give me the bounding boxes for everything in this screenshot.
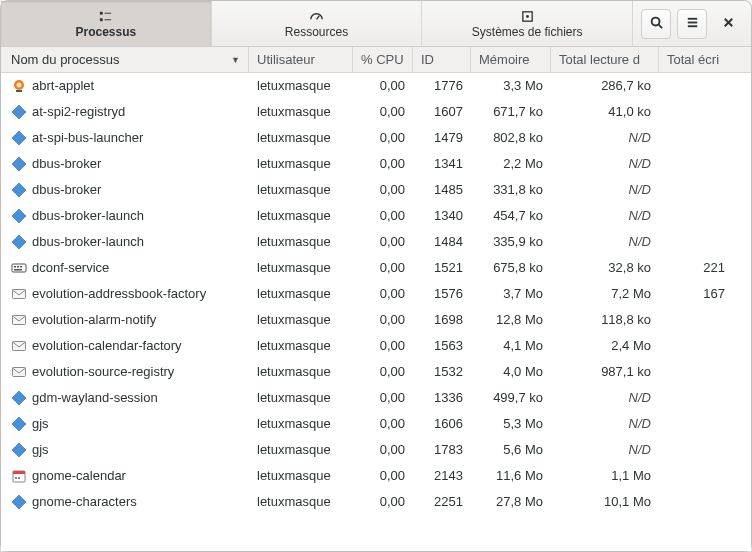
cell-read: 41,0 ko <box>551 104 659 119</box>
cell-user: letuxmasque <box>249 364 353 379</box>
table-row[interactable]: at-spi-bus-launcherletuxmasque0,00147980… <box>1 125 751 151</box>
cell-mem: 2,2 Mo <box>471 156 551 171</box>
svg-rect-23 <box>13 315 26 324</box>
column-header-name[interactable]: Nom du processus ▼ <box>1 47 249 72</box>
cell-mem: 3,7 Mo <box>471 286 551 301</box>
column-label: ID <box>421 52 434 67</box>
beacon-icon <box>11 78 27 94</box>
diamond-icon <box>11 494 27 510</box>
cell-cpu: 0,00 <box>353 156 413 171</box>
diamond-icon <box>11 442 27 458</box>
column-header-read[interactable]: Total lecture d <box>551 47 659 72</box>
cell-user: letuxmasque <box>249 130 353 145</box>
column-header-write[interactable]: Total écri <box>659 47 733 72</box>
system-monitor-window: Processus Ressources Systèmes de fichier… <box>0 0 752 552</box>
column-header-user[interactable]: Utilisateur <box>249 47 353 72</box>
menu-button[interactable] <box>677 9 707 39</box>
process-name: abrt-applet <box>32 78 94 93</box>
table-row[interactable]: gnome-calendarletuxmasque0,00214311,6 Mo… <box>1 463 751 489</box>
cell-id: 1485 <box>413 182 471 197</box>
header-tools <box>633 1 751 46</box>
cell-mem: 675,8 ko <box>471 260 551 275</box>
svg-line-4 <box>317 15 320 19</box>
cell-user: letuxmasque <box>249 390 353 405</box>
table-row[interactable]: dconf-serviceletuxmasque0,001521675,8 ko… <box>1 255 751 281</box>
cell-name: evolution-calendar-factory <box>1 338 249 354</box>
process-name: evolution-source-registry <box>32 364 174 379</box>
cell-cpu: 0,00 <box>353 78 413 93</box>
tab-filesystems[interactable]: Systèmes de fichiers <box>422 1 633 46</box>
cell-cpu: 0,00 <box>353 208 413 223</box>
process-name: gjs <box>32 442 49 457</box>
table-row[interactable]: dbus-broker-launchletuxmasque0,001340454… <box>1 203 751 229</box>
column-header-id[interactable]: ID <box>413 47 471 72</box>
cell-mem: 11,6 Mo <box>471 468 551 483</box>
process-list[interactable]: abrt-appletletuxmasque0,0017763,3 Mo286,… <box>1 73 751 551</box>
close-button[interactable] <box>713 9 743 39</box>
table-row[interactable]: at-spi2-registrydletuxmasque0,001607671,… <box>1 99 751 125</box>
cell-id: 1479 <box>413 130 471 145</box>
diamond-icon <box>11 390 27 406</box>
svg-rect-29 <box>18 477 20 479</box>
svg-rect-3 <box>105 19 112 20</box>
process-name: evolution-calendar-factory <box>32 338 182 353</box>
cell-user: letuxmasque <box>249 416 353 431</box>
cell-cpu: 0,00 <box>353 130 413 145</box>
process-name: evolution-alarm-notify <box>32 312 156 327</box>
column-label: Utilisateur <box>257 52 315 67</box>
cell-user: letuxmasque <box>249 78 353 93</box>
cell-id: 1783 <box>413 442 471 457</box>
cell-id: 1607 <box>413 104 471 119</box>
cell-mem: 5,3 Mo <box>471 416 551 431</box>
headerbar: Processus Ressources Systèmes de fichier… <box>1 1 751 47</box>
table-row[interactable]: evolution-addressbook-factoryletuxmasque… <box>1 281 751 307</box>
cell-cpu: 0,00 <box>353 468 413 483</box>
cell-read: 118,8 ko <box>551 312 659 327</box>
table-row[interactable]: gjsletuxmasque0,0017835,6 MoN/D <box>1 437 751 463</box>
table-row[interactable]: dbus-broker-launchletuxmasque0,001484335… <box>1 229 751 255</box>
cell-read: N/D <box>551 208 659 223</box>
svg-rect-16 <box>16 90 22 92</box>
cell-cpu: 0,00 <box>353 234 413 249</box>
table-header: Nom du processus ▼ Utilisateur % CPU ID … <box>1 47 751 73</box>
column-header-cpu[interactable]: % CPU <box>353 47 413 72</box>
table-row[interactable]: dbus-brokerletuxmasque0,001485331,8 koN/… <box>1 177 751 203</box>
table-row[interactable]: dbus-brokerletuxmasque0,0013412,2 MoN/D <box>1 151 751 177</box>
tab-resources[interactable]: Ressources <box>212 1 423 46</box>
table-row[interactable]: gjsletuxmasque0,0016065,3 MoN/D <box>1 411 751 437</box>
column-label: Nom du processus <box>11 52 119 67</box>
svg-rect-28 <box>15 477 17 479</box>
cell-cpu: 0,00 <box>353 338 413 353</box>
table-row[interactable]: evolution-source-registryletuxmasque0,00… <box>1 359 751 385</box>
cell-write: 167 <box>659 286 733 301</box>
search-button[interactable] <box>641 9 671 39</box>
cell-id: 1532 <box>413 364 471 379</box>
calendar-icon <box>11 468 27 484</box>
tab-processes[interactable]: Processus <box>1 1 212 46</box>
cell-read: 2,4 Mo <box>551 338 659 353</box>
svg-rect-18 <box>14 266 16 268</box>
table-row[interactable]: evolution-alarm-notifyletuxmasque0,00169… <box>1 307 751 333</box>
cell-mem: 331,8 ko <box>471 182 551 197</box>
table-row[interactable]: evolution-calendar-factoryletuxmasque0,0… <box>1 333 751 359</box>
diamond-icon <box>11 130 27 146</box>
table-row[interactable]: abrt-appletletuxmasque0,0017763,3 Mo286,… <box>1 73 751 99</box>
cell-id: 1341 <box>413 156 471 171</box>
process-name: dbus-broker <box>32 182 101 197</box>
table-row[interactable]: gdm-wayland-sessionletuxmasque0,00133649… <box>1 385 751 411</box>
cell-id: 1563 <box>413 338 471 353</box>
process-name: dbus-broker-launch <box>32 208 144 223</box>
cell-read: N/D <box>551 442 659 457</box>
column-label: Total écri <box>667 52 719 67</box>
table-row[interactable]: gnome-charactersletuxmasque0,00225127,8 … <box>1 489 751 515</box>
column-header-mem[interactable]: Mémoire <box>471 47 551 72</box>
cell-user: letuxmasque <box>249 442 353 457</box>
cell-read: N/D <box>551 390 659 405</box>
cell-user: letuxmasque <box>249 104 353 119</box>
diamond-icon <box>11 156 27 172</box>
process-name: gjs <box>32 416 49 431</box>
cell-cpu: 0,00 <box>353 182 413 197</box>
cell-cpu: 0,00 <box>353 416 413 431</box>
process-name: dbus-broker-launch <box>32 234 144 249</box>
cell-cpu: 0,00 <box>353 390 413 405</box>
